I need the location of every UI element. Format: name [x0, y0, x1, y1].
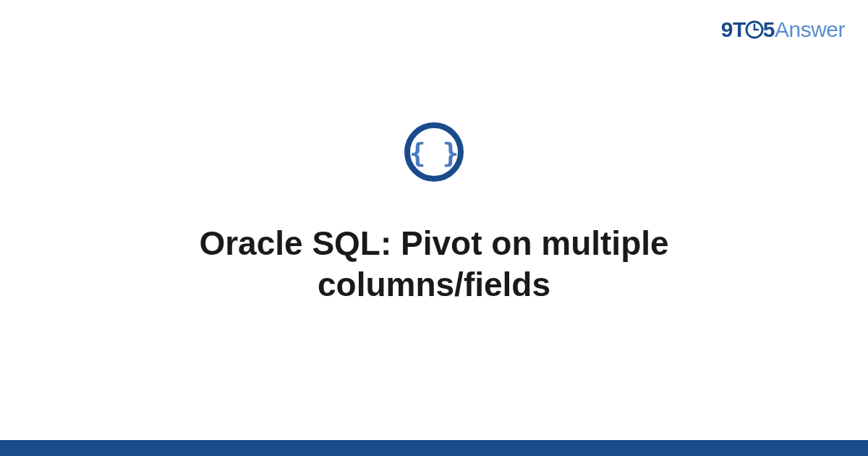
svg-text:{ }: { } [409, 137, 459, 169]
main-content: { } Oracle SQL: Pivot on multiple column… [0, 0, 868, 456]
page-title: Oracle SQL: Pivot on multiple columns/fi… [109, 223, 760, 306]
code-braces-icon: { } [404, 122, 464, 182]
footer-bar [0, 440, 868, 456]
